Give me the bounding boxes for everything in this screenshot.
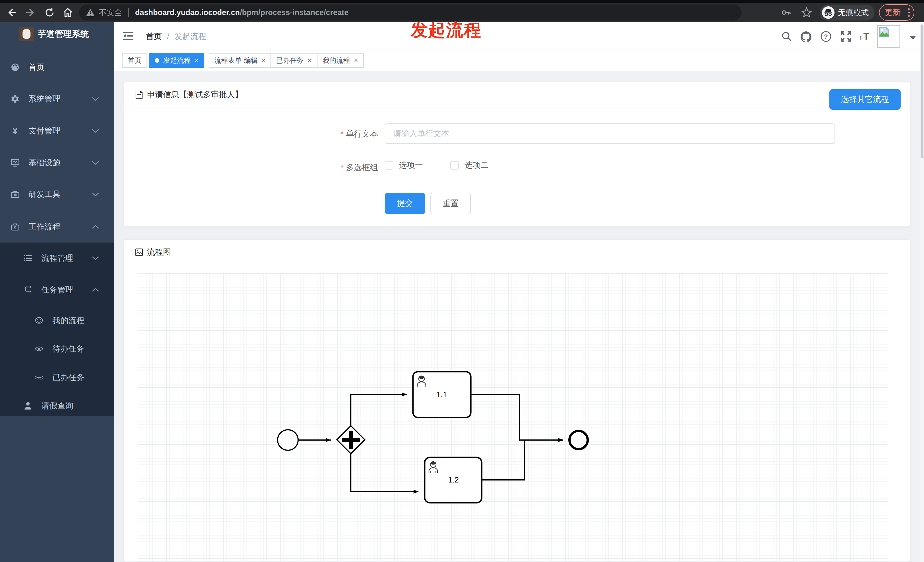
sidebar-item-label: 流程管理 — [41, 253, 73, 264]
forward-icon — [26, 9, 33, 16]
flow-gateway-to-task11 — [351, 394, 407, 426]
sidebar-item-system[interactable]: 系统管理 — [0, 87, 114, 110]
svg-text:T: T — [863, 31, 869, 42]
sidebar-item-leave-query[interactable]: 请假查询 — [0, 394, 114, 417]
address-bar[interactable]: 不安全 dashboard.yudao.iocoder.cn/bpm/proce… — [79, 4, 742, 21]
sidebar-item-infrastructure[interactable]: 基础设施 — [0, 151, 114, 174]
breadcrumb-current: 发起流程 — [174, 31, 206, 42]
svg-text:?: ? — [824, 33, 828, 40]
reset-button[interactable]: 重置 — [430, 193, 471, 214]
tab-home[interactable]: 首页 — [122, 53, 147, 68]
tab-label: 流程表单-编辑 — [214, 56, 258, 65]
required-mark: * — [340, 163, 344, 172]
address-divider — [128, 8, 129, 17]
flow-gateway-to-task12 — [351, 454, 418, 492]
app-logo — [20, 27, 34, 41]
briefcase-icon — [11, 223, 20, 231]
password-manager-button[interactable] — [778, 5, 794, 20]
browser-menu-icon[interactable] — [908, 8, 910, 17]
url-path: /bpm/process-instance/create — [240, 8, 349, 17]
person-icon — [24, 402, 32, 410]
tree-icon — [24, 254, 32, 262]
sidebar-item-label: 研发工具 — [28, 189, 60, 200]
tab-process-form-edit[interactable]: 流程表单-编辑 × — [208, 53, 272, 68]
browser-home-button[interactable] — [60, 5, 75, 20]
font-size-icon: TT — [858, 31, 871, 42]
header-search-button[interactable] — [780, 30, 793, 43]
browser-update-button[interactable]: 更新 — [879, 4, 914, 21]
sidebar-item-label: 请假查询 — [41, 400, 73, 411]
sidebar-item-label: 已办任务 — [52, 372, 84, 383]
sidebar-item-done-tasks[interactable]: 已办任务 — [0, 366, 114, 389]
update-label: 更新 — [885, 7, 901, 18]
breadcrumb-home[interactable]: 首页 — [146, 31, 162, 42]
tab-close-icon[interactable]: × — [308, 57, 312, 64]
checkbox-option-2-label: 选项二 — [465, 160, 489, 171]
monitor-icon — [11, 159, 20, 167]
incognito-label: 无痕模式 — [838, 7, 869, 18]
bpmn-canvas[interactable]: 1.1 1.2 — [138, 273, 888, 562]
sidebar-item-devtools[interactable]: 研发工具 — [0, 183, 114, 206]
user-avatar[interactable] — [877, 25, 900, 48]
apply-info-card-header: 申请信息【测试多审批人】 选择其它流程 — [124, 82, 910, 108]
checkbox-option-1[interactable] — [385, 161, 393, 169]
single-line-text-input[interactable] — [385, 123, 835, 144]
browser-reload-button[interactable] — [42, 5, 57, 20]
checkbox-option-2[interactable] — [450, 161, 459, 169]
submit-button[interactable]: 提交 — [385, 193, 425, 214]
not-secure-warning-icon — [86, 8, 95, 17]
flow-task12-out — [482, 441, 524, 480]
branch-icon — [24, 286, 32, 294]
tab-create-process[interactable]: 发起流程 × — [149, 53, 204, 68]
app-navbar: 首页 / 发起流程 ? TT — [114, 22, 924, 51]
browser-forward-button[interactable] — [23, 5, 38, 20]
dashboard-icon — [11, 63, 20, 72]
bpmn-end-event[interactable] — [570, 431, 588, 449]
bookmark-button[interactable] — [799, 5, 814, 20]
github-link[interactable] — [800, 30, 812, 43]
security-label: 不安全 — [99, 7, 122, 18]
tab-close-icon[interactable]: × — [354, 57, 358, 64]
sidebar-item-label: 任务管理 — [41, 285, 73, 295]
fullscreen-button[interactable] — [840, 30, 852, 43]
back-icon — [9, 9, 16, 16]
tab-my-process[interactable]: 我的流程 × — [317, 53, 364, 68]
svg-text:T: T — [859, 34, 863, 41]
help-doc-button[interactable]: ? — [820, 30, 832, 43]
gear-icon — [11, 94, 20, 103]
app-title: 芋道管理系统 — [38, 28, 89, 40]
page-scrollbar[interactable] — [920, 22, 924, 562]
sidebar-item-home[interactable]: 首页 — [0, 56, 114, 79]
scrollbar-thumb[interactable] — [921, 24, 923, 159]
single-line-text-label: *单行文本 — [301, 129, 378, 139]
chevron-up-icon — [92, 288, 99, 292]
task-1-1-label: 1.1 — [436, 390, 447, 399]
sidebar-item-label: 基础设施 — [28, 157, 60, 168]
chevron-up-icon — [92, 225, 99, 229]
sidebar-item-my-process[interactable]: 我的流程 — [0, 309, 114, 332]
tab-label: 已办任务 — [276, 56, 303, 65]
breadcrumb-separator: / — [167, 32, 169, 41]
sidebar-item-payment[interactable]: ¥ 支付管理 — [0, 119, 114, 142]
tab-close-icon[interactable]: × — [262, 57, 266, 64]
sidebar-item-task-management[interactable]: 任务管理 — [0, 279, 114, 301]
tab-close-icon[interactable]: × — [195, 57, 199, 64]
sidebar-item-process-management[interactable]: 流程管理 — [0, 247, 114, 270]
sidebar-item-workflow[interactable]: 工作流程 — [0, 216, 114, 238]
active-tab-dot — [155, 58, 159, 63]
sidebar-item-todo-tasks[interactable]: 待办任务 — [0, 337, 114, 360]
home-icon — [64, 9, 72, 16]
font-size-button[interactable]: TT — [858, 30, 871, 43]
app-logo-row[interactable]: 芋道管理系统 — [0, 24, 114, 44]
avatar-dropdown-caret[interactable] — [910, 36, 916, 40]
select-other-process-button[interactable]: 选择其它流程 — [830, 89, 901, 110]
question-icon: ? — [820, 31, 832, 42]
bpmn-start-event[interactable] — [278, 430, 298, 450]
sidebar-item-label: 待办任务 — [52, 343, 84, 354]
sidebar-toggle-button[interactable] — [123, 31, 134, 41]
tab-done-tasks[interactable]: 已办任务 × — [270, 53, 317, 68]
browser-back-button[interactable] — [4, 5, 19, 20]
sidebar-item-label: 系统管理 — [28, 93, 60, 104]
incognito-icon — [822, 6, 834, 19]
flow-diagram-card: 流程图 — [124, 239, 910, 562]
